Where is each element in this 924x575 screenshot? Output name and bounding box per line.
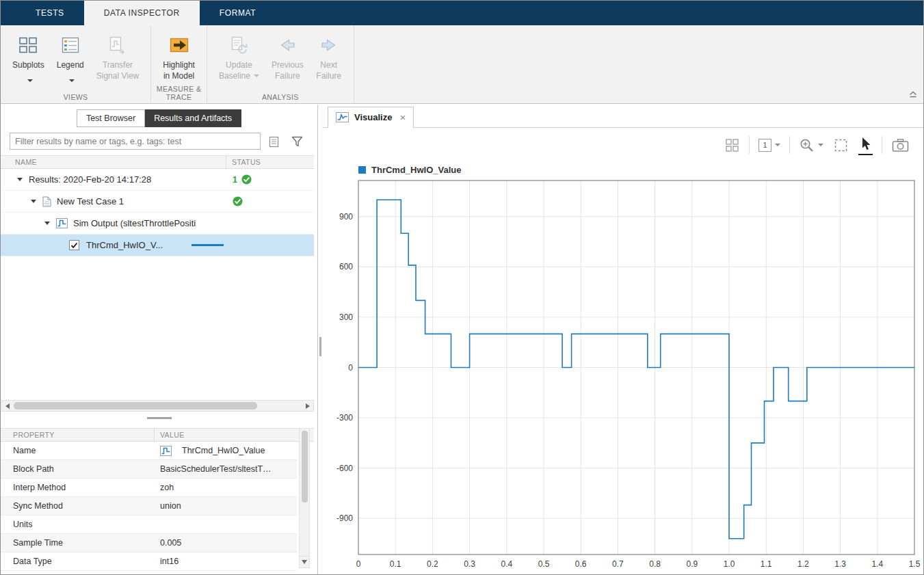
expand-caret-icon[interactable] — [44, 222, 50, 225]
panel-splitter-vertical[interactable] — [318, 105, 323, 574]
column-header-name: NAME — [1, 156, 226, 168]
tab-visualize[interactable]: Visualize × — [328, 107, 414, 128]
horizontal-scrollbar-thumb[interactable] — [14, 402, 257, 410]
pointer-tool-button[interactable] — [858, 135, 873, 155]
visualize-tab-row: Visualize × — [323, 105, 923, 128]
tree-row-status-cell — [226, 235, 314, 256]
signal-visibility-checkbox[interactable] — [69, 240, 79, 250]
chevron-down-icon — [775, 144, 780, 146]
svg-text:1.2: 1.2 — [797, 559, 809, 569]
column-header-property: PROPERTY — [1, 429, 155, 441]
legend-button[interactable]: Legend — [51, 28, 90, 88]
svg-text:-900: -900 — [336, 513, 353, 523]
test-case-row[interactable]: New Test Case 1 — [1, 191, 314, 213]
expand-caret-icon[interactable] — [31, 200, 36, 203]
scroll-right-arrow[interactable] — [302, 401, 313, 411]
ribbon-toolbar: SubplotsLegendTransferSignal ViewVIEWSHi… — [1, 25, 923, 104]
top-tab-tests[interactable]: TESTS — [16, 1, 84, 25]
ribbon-section-label: MEASURE & TRACE — [151, 85, 207, 101]
tab-test-browser[interactable]: Test Browser — [77, 109, 145, 127]
svg-text:0.6: 0.6 — [575, 559, 587, 569]
ribbon-section-analysis: UpdateBaselinePreviousFailureNextFailure… — [207, 25, 354, 103]
legend-label: ThrCmd_HwIO_Value — [371, 165, 461, 175]
top-tab-data-inspector[interactable]: DATA INSPECTOR — [84, 1, 200, 25]
snapshot-button[interactable] — [891, 137, 910, 154]
vertical-scrollbar-thumb[interactable] — [302, 431, 308, 503]
svg-text:-600: -600 — [336, 464, 353, 473]
highlight-in-model-icon — [168, 32, 190, 58]
toolbar-separator — [749, 136, 750, 154]
expand-caret-icon[interactable] — [17, 178, 23, 181]
ribbon-button-label: TransferSignal View — [96, 60, 139, 81]
previous-failure-icon — [277, 32, 298, 58]
check-circle-icon — [233, 196, 243, 206]
svg-text:0.5: 0.5 — [538, 559, 550, 569]
splitter-grip — [319, 337, 321, 356]
svg-text:600: 600 — [339, 262, 353, 271]
property-name: Units — [1, 520, 155, 529]
layout-count-button[interactable]: 1 — [758, 139, 780, 152]
status-count: 1 — [233, 175, 237, 185]
svg-text:1.4: 1.4 — [871, 559, 883, 569]
next-failure-button: NextFailure — [310, 28, 348, 83]
left-triangle-icon — [5, 403, 10, 409]
property-name: Interp Method — [1, 483, 155, 492]
zoom-in-button[interactable] — [799, 137, 823, 153]
results-run-row[interactable]: Results: 2020-Feb-20 14:17:281 — [1, 169, 314, 191]
property-value-text: BasicSchedulerTest/sltestT… — [160, 464, 272, 474]
svg-text:0.1: 0.1 — [390, 559, 401, 569]
left-panel-tabs: Test BrowserResults and Artifacts — [1, 109, 317, 127]
chart-toolbar: 1 — [724, 133, 910, 157]
filter-button[interactable] — [288, 133, 306, 150]
view-options-button[interactable] — [265, 133, 282, 150]
sim-output-row[interactable]: Sim Output (sltestThrottlePositi — [1, 213, 314, 235]
fit-to-view-icon — [833, 137, 849, 153]
horizontal-scrollbar[interactable] — [1, 400, 314, 412]
scroll-down-arrow[interactable] — [300, 556, 309, 567]
tab-results-and-artifacts[interactable]: Results and Artifacts — [145, 109, 241, 127]
ribbon-section-views: SubplotsLegendTransferSignal ViewVIEWS — [1, 25, 151, 103]
top-tab-format[interactable]: FORMAT — [200, 1, 276, 25]
signal-plot[interactable]: 00.10.20.30.40.50.60.70.80.91.01.11.21.3… — [323, 176, 923, 574]
svg-text:0.9: 0.9 — [686, 559, 698, 569]
ribbon-button-label: Highlightin Model — [163, 60, 195, 81]
filter-input[interactable] — [10, 133, 261, 150]
subplot-layout-button[interactable] — [724, 137, 740, 154]
ribbon-button-label: Subplots — [12, 60, 44, 71]
highlight-in-model-button[interactable]: Highlightin Model — [157, 28, 201, 83]
svg-text:1.3: 1.3 — [834, 559, 846, 569]
tree-row-status-cell: 1 — [226, 169, 314, 190]
property-row-sample-time: Sample Time0.005 — [1, 534, 297, 552]
vertical-scrollbar[interactable] — [299, 428, 310, 568]
property-value-text: 0.005 — [160, 538, 181, 548]
collapse-ribbon-button[interactable] — [908, 88, 918, 101]
subplots-button[interactable]: Subplots — [6, 28, 51, 88]
check-circle-icon — [241, 174, 252, 185]
svg-text:0.7: 0.7 — [612, 559, 624, 569]
chart-legend: ThrCmd_HwIO_Value — [358, 165, 461, 175]
properties-splitter[interactable] — [1, 414, 317, 423]
fit-to-view-button[interactable] — [832, 136, 849, 155]
transfer-signal-view-button: TransferSignal View — [90, 28, 145, 83]
close-tab-icon[interactable]: × — [399, 112, 406, 122]
scroll-left-arrow[interactable] — [2, 401, 13, 411]
property-row-sync-method: Sync Methodunion — [1, 497, 297, 516]
svg-text:0: 0 — [356, 559, 361, 569]
dropdown-caret-icon — [27, 79, 33, 82]
toolbar-separator — [789, 136, 790, 154]
property-value-text: zoh — [160, 483, 174, 492]
property-value: ThrCmd_HwIO_Value — [155, 446, 297, 456]
ribbon-sections: SubplotsLegendTransferSignal ViewVIEWSHi… — [1, 25, 923, 103]
tree-row-label: New Test Case 1 — [57, 196, 124, 206]
signal-row[interactable]: ThrCmd_HwIO_V... — [1, 235, 314, 256]
tree-row-label: Sim Output (sltestThrottlePositi — [73, 218, 196, 228]
visualize-tab-label: Visualize — [354, 112, 392, 122]
property-value: int16 — [155, 557, 297, 566]
chart-icon — [336, 112, 349, 122]
ribbon-button-label: PreviousFailure — [272, 60, 304, 81]
legend-swatch — [358, 166, 366, 174]
camera-icon — [892, 138, 909, 152]
chevron-down-icon — [818, 144, 823, 146]
ribbon-section-label: VIEWS — [1, 93, 150, 101]
property-value-text: int16 — [160, 557, 179, 566]
